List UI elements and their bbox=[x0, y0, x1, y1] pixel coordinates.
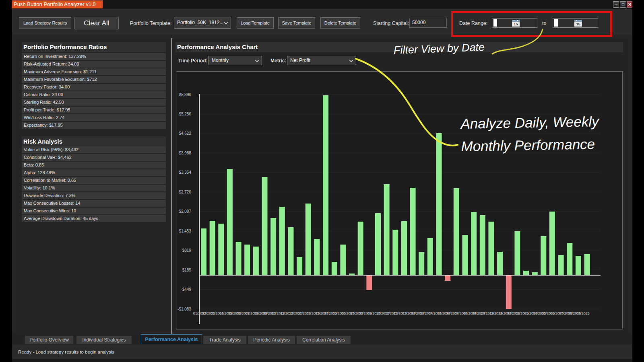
svg-text:$819: $819 bbox=[182, 248, 192, 253]
svg-text:$5,890: $5,890 bbox=[179, 93, 191, 97]
svg-text:-$1,083: -$1,083 bbox=[178, 307, 191, 311]
svg-text:$5,256: $5,256 bbox=[179, 112, 191, 116]
svg-text:$3,988: $3,988 bbox=[179, 151, 191, 155]
svg-text:$3,354: $3,354 bbox=[179, 170, 191, 175]
svg-text:15: 15 bbox=[514, 22, 518, 26]
svg-text:$1,453: $1,453 bbox=[179, 229, 191, 233]
svg-text:$4,622: $4,622 bbox=[179, 131, 191, 136]
svg-text:-$449: -$449 bbox=[181, 287, 191, 292]
svg-text:$185: $185 bbox=[182, 268, 192, 272]
svg-text:$2,087: $2,087 bbox=[179, 209, 191, 214]
svg-text:09/2025: 09/2025 bbox=[576, 311, 590, 315]
svg-text:15: 15 bbox=[576, 22, 580, 26]
svg-text:$2,720: $2,720 bbox=[179, 190, 191, 194]
